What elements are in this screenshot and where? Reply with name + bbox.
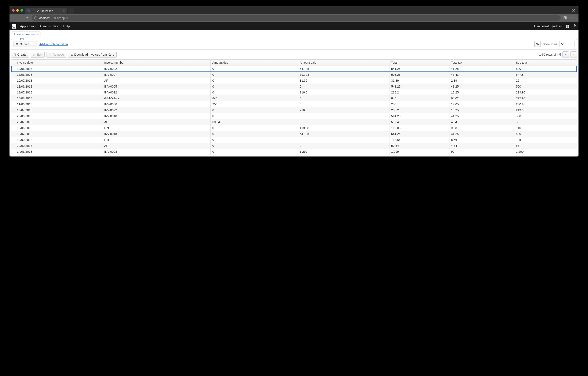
cell: 18.25 xyxy=(450,89,514,95)
cell: 59.54 xyxy=(389,119,450,125)
dashboard-icon[interactable] xyxy=(566,25,569,28)
row-gutter xyxy=(11,95,15,101)
menu-administration[interactable]: Administration xyxy=(39,24,59,28)
cell: 2.39 xyxy=(450,77,514,84)
col-invoice-number[interactable]: Invoice number xyxy=(102,60,210,66)
search-dropdown-toggle[interactable]: ⌄ xyxy=(32,41,37,47)
menu-help[interactable]: Help xyxy=(63,24,70,28)
show-rows-select[interactable]: 50 ⌄ xyxy=(559,41,575,47)
bookmark-star-icon[interactable]: ☆ xyxy=(570,16,573,20)
maximize-window-button[interactable] xyxy=(21,9,23,12)
rows-count-link[interactable]: [?] xyxy=(557,53,561,56)
table-row[interactable]: 12/06/2018Rpt0119.08119.089.08110 xyxy=(11,125,577,131)
cell: 219.95 xyxy=(514,107,577,113)
filter-panel: − Filter Search ⌄ Add search condition xyxy=(11,39,577,50)
nav-reload-icon[interactable]: ⟳ xyxy=(25,16,29,20)
col-sub-total[interactable]: Sub total xyxy=(514,60,577,66)
col-total-tax[interactable]: Total tax xyxy=(450,60,514,66)
minimize-window-button[interactable] xyxy=(16,9,19,12)
table-row[interactable]: 13/07/2018INV-00220216.5238.218.25219.95 xyxy=(11,89,577,95)
add-search-condition-link[interactable]: Add search condition xyxy=(39,43,68,46)
app-menu-bar: Application Administration Help Administ… xyxy=(10,22,578,30)
table-toolbar: Create Edit ✕ Remove Download Invoices f… xyxy=(11,51,577,58)
svg-point-4 xyxy=(16,43,18,45)
row-gutter xyxy=(11,89,15,95)
cell: 4.54 xyxy=(450,119,514,125)
table-row[interactable]: 11/06/2018INV-0006250025019.05230.95 xyxy=(11,101,577,107)
cell: 238.2 xyxy=(389,107,450,113)
cell: INV-0002 xyxy=(102,66,210,72)
cell: 0 xyxy=(298,137,389,143)
nav-forward-icon[interactable]: → xyxy=(18,16,22,20)
remove-button[interactable]: ✕ Remove xyxy=(46,52,66,57)
next-page-button[interactable]: › xyxy=(562,51,569,58)
table-row[interactable]: 12/06/2018INV-00020541.25541.2541.25500 xyxy=(11,66,577,72)
cell: 219.95 xyxy=(514,89,577,95)
cell: 8.66 xyxy=(450,137,514,143)
url-path: :8080/app/#! xyxy=(52,16,68,20)
password-key-icon[interactable]: ⚿ xyxy=(564,16,567,20)
cell: 0 xyxy=(210,77,298,84)
col-invoice-date[interactable]: Invoice date xyxy=(15,60,102,66)
cell: 59.54 xyxy=(389,143,450,149)
cell: 0 xyxy=(298,119,389,125)
table-row[interactable]: 10/08/2018GB1-White840084064.02775.98 xyxy=(11,95,577,101)
cell: 250 xyxy=(389,101,450,107)
table-row[interactable]: 23/07/2018AP59.54059.544.5455 xyxy=(11,119,577,125)
cell: 216.5 xyxy=(298,89,389,95)
cell: 64.02 xyxy=(450,95,514,101)
col-amount-paid[interactable]: Amount paid xyxy=(298,60,389,66)
last-page-button[interactable]: » xyxy=(570,51,577,58)
incognito-icon xyxy=(571,9,576,12)
tab-invoice-browser[interactable]: Invoice browser × xyxy=(11,32,41,37)
table-row[interactable]: 13/07/2018INV-00220216.5238.218.25219.95 xyxy=(11,107,577,113)
table-row[interactable]: 14/06/2018INV-000801,2991,299991,200 xyxy=(11,149,577,155)
show-rows-label: Show rows xyxy=(543,43,557,46)
menu-application[interactable]: Application xyxy=(20,24,35,28)
table-row[interactable]: 13/06/2018INV-000500541.2541.25500 xyxy=(11,84,577,89)
create-button-label: Create xyxy=(17,53,27,56)
new-tab-stub[interactable] xyxy=(68,8,74,14)
download-invoices-button[interactable]: Download Invoices from Xero xyxy=(68,52,116,57)
cell: 13/07/2018 xyxy=(15,107,102,113)
tab-label: Invoice browser xyxy=(14,33,35,36)
search-button[interactable]: Search xyxy=(13,41,32,47)
table-row[interactable]: 22/09/2018AP0059.544.5455 xyxy=(11,143,577,149)
screen-tabs: Invoice browser × xyxy=(11,32,577,37)
cell: 216.5 xyxy=(298,107,389,113)
logout-icon[interactable] xyxy=(573,24,576,28)
filter-legend[interactable]: − Filter xyxy=(13,37,26,41)
close-tab-icon[interactable]: × xyxy=(63,9,65,12)
nav-back-icon[interactable]: ← xyxy=(12,16,15,20)
create-button[interactable]: Create xyxy=(11,52,29,57)
site-info-icon[interactable]: i xyxy=(34,16,37,20)
cell: INV-0018 xyxy=(102,131,210,137)
cell: 119.08 xyxy=(298,125,389,131)
cell: 1,200 xyxy=(514,149,577,155)
table-row[interactable]: 15/06/2018INV-00070593.23593.2345.43547.… xyxy=(11,72,577,77)
page-content: Invoice browser × − Filter Search xyxy=(10,32,578,156)
filter-settings-button[interactable] xyxy=(534,41,541,47)
browser-menu-icon[interactable] xyxy=(576,16,576,20)
table-row[interactable]: 20/06/2018INV-001000541.2541.25500 xyxy=(11,113,577,119)
close-screen-tab-icon[interactable]: × xyxy=(37,33,39,36)
table-row[interactable]: 10/07/2018AP031.3931.392.3929 xyxy=(11,77,577,84)
col-amount-due[interactable]: Amount due xyxy=(210,60,298,66)
edit-button[interactable]: Edit xyxy=(31,52,45,57)
app-logo-icon[interactable] xyxy=(12,24,16,29)
remove-icon: ✕ xyxy=(49,53,51,56)
document-icon xyxy=(13,53,16,56)
address-field[interactable]: i localhost:8080/app/#! xyxy=(32,15,561,21)
current-user-label: Administrator [admin] xyxy=(534,24,562,28)
row-gutter xyxy=(11,72,15,77)
search-button-label: Search xyxy=(20,43,30,46)
close-window-button[interactable] xyxy=(12,9,15,12)
invoice-table: Invoice date Invoice number Amount due A… xyxy=(11,59,577,155)
table-row[interactable]: 13/07/2018INV-00180541.25541.2541.25500 xyxy=(11,131,577,137)
collapse-icon[interactable]: − xyxy=(15,38,17,40)
browser-tab[interactable]: CUBA Application × xyxy=(25,8,67,14)
cell: 0 xyxy=(210,66,298,72)
table-row[interactable]: 12/09/2018Rpt00113.668.66105 xyxy=(11,137,577,143)
cell: 0 xyxy=(210,72,298,77)
col-total[interactable]: Total xyxy=(389,60,450,66)
